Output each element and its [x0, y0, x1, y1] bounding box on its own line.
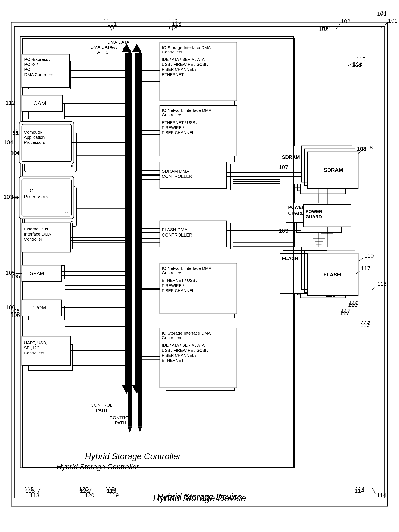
cam-box: CAM	[28, 103, 65, 120]
io-network-top-box: IO Network Interface DMAControllers ETHE…	[166, 109, 235, 162]
ref-114-label: 114	[355, 488, 364, 494]
io-storage-bot-types: IDE / ATA / SERIAL ATAUSB / FIREWIRE / S…	[168, 349, 219, 372]
compute-dots: ⠿	[70, 163, 74, 169]
fprom-box: FPROM	[28, 306, 65, 320]
ref-113-label: 113	[172, 21, 181, 27]
hsd-label: Hybrid Storage Device	[8, 492, 391, 502]
sram-box: SRAM	[28, 265, 65, 279]
compute-processors-outer: Compute/ApplicationProcessors ⠿	[24, 132, 77, 172]
ref-116-label: 116	[360, 322, 370, 329]
ref-108-label: 108	[357, 146, 366, 152]
control-path-label: CONTROL PATH	[107, 415, 134, 426]
io-network-bot-box: IO Network Interface DMAControllers ETHE…	[166, 267, 235, 318]
io-processors-inner: IOProcessors	[27, 189, 67, 219]
compute-processors-inner: Compute/ApplicationProcessors	[27, 134, 67, 165]
flash-box-front: FLASH	[280, 253, 324, 294]
pci-box: PCI-Express / PCI-X / PCI DMA Controller	[28, 61, 71, 89]
cam-label: CAM	[31, 106, 41, 111]
ref-111-label: 111	[107, 21, 117, 27]
power-guard-box: POWERGUARD	[286, 203, 330, 223]
compute-processors-label: Compute/ApplicationProcessors	[29, 136, 51, 153]
flash-label: FLASH	[282, 256, 298, 261]
svg-rect-1	[22, 39, 294, 467]
io-network-bot-label: IO Network Interface DMAControllers	[168, 270, 220, 280]
ref-105-label: 105	[11, 273, 20, 280]
ref-102-label: 102	[319, 26, 328, 32]
fprom-label: FPROM	[31, 308, 47, 313]
ref-117-label: 117	[340, 310, 349, 316]
sdram-dma-label: SDRAM DMACONTROLLER	[168, 166, 199, 177]
io-network-top-label: IO Network Interface DMAControllers	[168, 112, 220, 122]
ext-bus-box: External BusInterface DMAController	[28, 223, 73, 249]
uart-label: UART, USB,SPI, I2CControllers	[31, 347, 55, 363]
ref-120-label: 120	[80, 488, 89, 494]
sdram-dma-box: SDRAM DMACONTROLLER	[166, 164, 231, 190]
uart-box: UART, USB,SPI, I2CControllers	[28, 344, 73, 371]
diagram-container: 101 102 111 113 115 112 104 103 105 106 …	[8, 8, 391, 520]
io-storage-top-label: IO Storage Interface DMAControllers	[168, 51, 219, 62]
svg-marker-5	[138, 49, 142, 55]
flash-dma-label: FLASH DMACONTROLLER	[168, 225, 199, 236]
hsc-label: Hybrid Storage Controller	[57, 463, 139, 471]
ref-119-label: 119	[107, 488, 116, 494]
ref-110-label: 110	[348, 302, 357, 308]
ref-101-label: 101	[377, 11, 387, 17]
sdram-box-front: SDRAM	[280, 152, 324, 184]
power-guard-label: POWERGUARD	[288, 205, 305, 216]
svg-marker-9	[138, 426, 142, 433]
ref-107-label: 107	[335, 168, 345, 175]
io-storage-bot-label: IO Storage Interface DMAControllers	[168, 334, 219, 345]
io-storage-top-box: IO Storage Interface DMAControllers IDE …	[166, 49, 235, 105]
io-processors-outer: IOProcessors ⠿	[24, 186, 77, 227]
ref-103-label: 103	[11, 194, 20, 201]
io-network-top-types: ETHERNET / USB /FIREWIRE /FIBER CHANNEL	[168, 127, 208, 143]
flash-dma-box: FLASH DMACONTROLLER	[166, 223, 231, 249]
ref-106-label: 106	[11, 312, 20, 318]
io-network-bot-types: ETHERNET / USB /FIREWIRE /FIBER CHANNEL	[168, 285, 208, 301]
io-processors-label: IOProcessors	[29, 191, 51, 202]
pci-label: PCI-Express / PCI-X / PCI DMA Controller	[31, 63, 69, 80]
ref-104-label: 104	[11, 150, 20, 156]
ext-bus-label: External BusInterface DMAController	[31, 225, 59, 242]
sram-label: SRAM	[31, 267, 44, 272]
sdram-label: SDRAM	[282, 154, 300, 160]
ref-112-label: 112	[12, 130, 22, 136]
io-storage-top-types: IDE / ATA / SERIAL ATAUSB / FIREWIRE / S…	[168, 66, 219, 89]
ref-109-label: 109	[326, 292, 335, 298]
dma-data-paths-label: DMA DATA PATHS	[105, 39, 131, 50]
ref-118-label: 118	[25, 488, 35, 494]
io-storage-bot-box: IO Storage Interface DMAControllers IDE …	[166, 332, 235, 391]
svg-marker-7	[128, 426, 132, 433]
ref-115-label: 115	[352, 62, 362, 68]
